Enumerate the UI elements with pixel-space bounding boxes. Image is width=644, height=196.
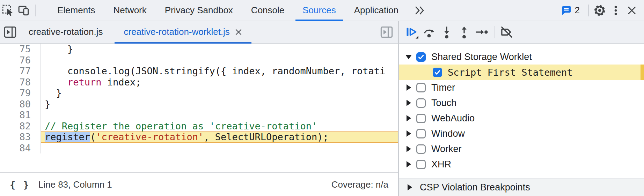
breakpoint-row-webaudio[interactable]: WebAudio xyxy=(399,111,644,126)
panel-tab-application[interactable]: Application xyxy=(345,0,408,21)
line-number[interactable]: 75 xyxy=(0,44,41,55)
sources-editor-pane: creative-rotation.jscreative-rotation-wo… xyxy=(0,21,398,196)
checkbox-unchecked[interactable] xyxy=(416,98,426,108)
line-number[interactable]: 76 xyxy=(0,55,41,66)
step-into-icon xyxy=(440,25,453,39)
line-number[interactable]: 80 xyxy=(0,99,41,110)
file-tab[interactable]: creative-rotation.js xyxy=(18,21,113,43)
csp-section-label: CSP Violation Breakpoints xyxy=(420,182,530,193)
resume-script-button[interactable] xyxy=(404,24,420,40)
breakpoint-row-worker[interactable]: Worker xyxy=(399,141,644,157)
chevron-right-icon[interactable] xyxy=(405,84,412,91)
close-devtools-button[interactable] xyxy=(624,2,640,18)
checkbox-unchecked[interactable] xyxy=(416,144,426,154)
caret-shape xyxy=(405,55,412,59)
csp-violation-breakpoints-section[interactable]: CSP Violation Breakpoints xyxy=(399,178,644,196)
step-over-button[interactable] xyxy=(421,24,437,40)
panel-tab-console[interactable]: Console xyxy=(242,0,293,21)
code-segment: ( xyxy=(90,131,96,142)
breakpoint-row-script-first-statement[interactable]: Script First Statement xyxy=(399,65,644,80)
kebab-menu-icon xyxy=(610,5,622,16)
code-line-content xyxy=(41,110,398,121)
step-over-icon xyxy=(423,25,436,39)
chevron-right-icon[interactable] xyxy=(405,146,412,152)
code-segment: index; xyxy=(102,77,141,88)
chevron-right-icon[interactable] xyxy=(405,161,412,167)
breakpoint-label: Worker xyxy=(431,144,462,154)
file-tabs: creative-rotation.jscreative-rotation-wo… xyxy=(18,21,253,43)
checkbox-unchecked[interactable] xyxy=(416,83,426,92)
caret-shape xyxy=(407,100,411,106)
step-button[interactable] xyxy=(474,24,490,40)
breakpoint-label: Timer xyxy=(431,82,455,93)
panel-tab-elements[interactable]: Elements xyxy=(48,0,104,21)
line-number[interactable]: 82 xyxy=(0,121,41,132)
breakpoint-row-timer[interactable]: Timer xyxy=(399,80,644,95)
code-segment: , SelectURLOperation); xyxy=(204,131,329,142)
checkbox-checked[interactable] xyxy=(416,52,426,62)
panel-tab-network[interactable]: Network xyxy=(104,0,155,21)
line-number[interactable]: 84 xyxy=(0,143,41,154)
breakpoint-label: Window xyxy=(431,128,465,139)
panel-tabs: ElementsNetworkPrivacy SandboxConsoleSou… xyxy=(48,0,408,21)
breakpoint-row-window[interactable]: Window xyxy=(399,126,644,141)
deactivate-breakpoints-icon xyxy=(500,25,514,39)
chevron-right-icon[interactable] xyxy=(405,130,412,137)
checkbox-unchecked[interactable] xyxy=(416,129,426,138)
checkbox-unchecked[interactable] xyxy=(416,114,426,123)
step-icon xyxy=(475,25,488,39)
panel-tab-sources[interactable]: Sources xyxy=(293,0,345,21)
breakpoint-row-xhr[interactable]: XHR xyxy=(399,157,644,172)
breakpoint-label: Shared Storage Worklet xyxy=(431,52,532,62)
code-segment: // Register the operation as 'creative-r… xyxy=(45,121,317,131)
deactivate-breakpoints-button[interactable] xyxy=(499,24,515,40)
toggle-debugger-sidebar-button[interactable] xyxy=(379,24,395,40)
devtools-body: creative-rotation.jscreative-rotation-wo… xyxy=(0,21,644,196)
pretty-print-icon[interactable]: { } xyxy=(10,179,30,190)
close-tab-icon[interactable] xyxy=(235,28,242,36)
line-number[interactable]: 83 xyxy=(0,131,41,143)
issues-count: 2 xyxy=(575,5,580,16)
line-number[interactable]: 81 xyxy=(0,110,41,121)
editor-file-tabs-bar: creative-rotation.jscreative-rotation-wo… xyxy=(0,21,398,44)
menu-button[interactable] xyxy=(608,2,624,18)
breakpoint-row-touch[interactable]: Touch xyxy=(399,95,644,111)
file-tab-label: creative-rotation-worklet.js xyxy=(124,27,229,37)
checkbox-unchecked[interactable] xyxy=(416,160,426,169)
breakpoint-label: Touch xyxy=(431,98,456,108)
file-tab[interactable]: creative-rotation-worklet.js xyxy=(113,21,253,43)
settings-button[interactable] xyxy=(592,2,608,18)
checkbox-checked[interactable] xyxy=(433,68,442,77)
code-line: 77 console.log(JSON.stringify({ index, r… xyxy=(0,66,398,77)
issues-button[interactable]: 2 xyxy=(561,5,580,16)
code-segment: 'creative-rotation' xyxy=(96,131,204,142)
show-navigator-button[interactable] xyxy=(2,24,18,40)
file-tab-label: creative-rotation.js xyxy=(29,27,103,37)
chevron-down-icon[interactable] xyxy=(405,55,412,59)
toggle-device-toolbar-button[interactable] xyxy=(16,2,32,18)
code-line-content-highlighted: register('creative-rotation', SelectURLO… xyxy=(41,131,398,143)
line-number[interactable]: 78 xyxy=(0,77,41,88)
step-out-button[interactable] xyxy=(456,24,472,40)
code-segment: return xyxy=(67,77,102,88)
more-panels-button[interactable] xyxy=(408,5,432,16)
device-toolbar-icon xyxy=(18,4,30,17)
inspect-element-button[interactable] xyxy=(0,2,16,18)
chevron-right-icon[interactable] xyxy=(405,100,412,106)
check-icon xyxy=(417,53,425,61)
step-out-icon xyxy=(458,25,471,39)
chevron-right-icon[interactable] xyxy=(405,115,412,121)
code-segment: } xyxy=(45,44,73,54)
breakpoint-row-shared-storage-worklet[interactable]: Shared Storage Worklet xyxy=(399,49,644,65)
chevron-right-icon[interactable] xyxy=(408,184,412,190)
breakpoint-label: XHR xyxy=(431,159,451,170)
code-line-content: return index; xyxy=(41,77,398,88)
line-number[interactable]: 79 xyxy=(0,88,41,99)
code-editor[interactable]: 75 }7677 console.log(JSON.stringify({ in… xyxy=(0,44,398,172)
code-line: 83register('creative-rotation', SelectUR… xyxy=(0,131,398,143)
line-number[interactable]: 77 xyxy=(0,66,41,77)
panel-tab-privacy-sandbox[interactable]: Privacy Sandbox xyxy=(156,0,242,21)
debugger-sidebar: Shared Storage WorkletScript First State… xyxy=(398,21,644,196)
code-line: 80} xyxy=(0,99,398,110)
step-into-button[interactable] xyxy=(439,24,455,40)
